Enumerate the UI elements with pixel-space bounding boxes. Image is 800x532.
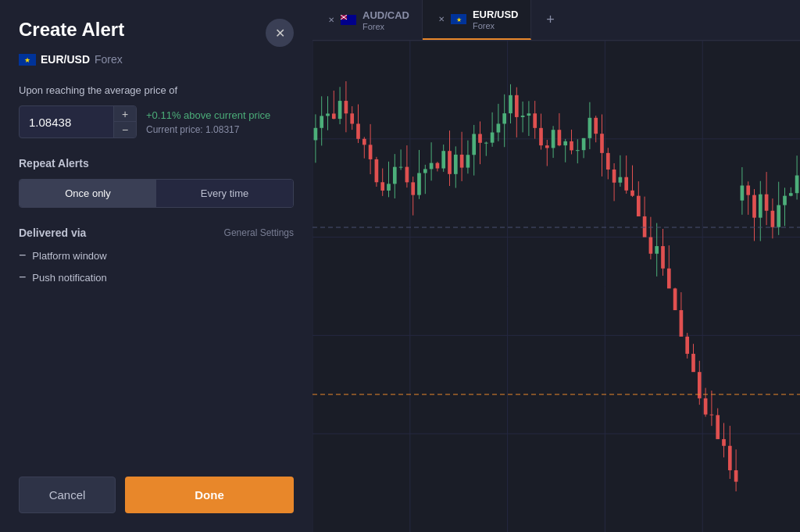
tab-type-eur-usd: Forex xyxy=(473,21,519,30)
price-section-label: Upon reaching the average price of xyxy=(19,84,294,96)
current-price: Current price: 1.08317 xyxy=(146,124,270,135)
eur-flag-icon: ★ xyxy=(451,14,466,24)
delivered-via-header: Delivered via General Settings xyxy=(19,227,294,239)
increment-button[interactable]: + xyxy=(114,106,136,122)
price-info: +0.11% above current price Current price… xyxy=(146,109,270,135)
add-tab-button[interactable]: + xyxy=(531,0,569,40)
price-input-row: + − +0.11% above current price Current p… xyxy=(19,105,294,138)
toggle-once-only[interactable]: Once only xyxy=(20,180,156,207)
currency-label: ★ EUR/USD Forex xyxy=(19,53,294,66)
delivered-via-title: Delivered via xyxy=(19,227,86,239)
tab-type-aud-cad: Forex xyxy=(362,22,409,31)
tab-pair-eur-usd: EUR/USD xyxy=(473,9,519,20)
tab-aud-cad[interactable]: ✕ AUD/CAD Forex xyxy=(312,0,423,40)
repeat-alerts-title: Repeat Alerts xyxy=(19,157,294,170)
price-percentage: +0.11% above current price xyxy=(146,109,270,121)
platform-window-label: Platform window xyxy=(32,250,106,262)
dash-icon-platform: − xyxy=(19,248,26,262)
stepper-buttons: + − xyxy=(113,106,136,137)
currency-pair-label: EUR/USD xyxy=(41,53,90,66)
cancel-button[interactable]: Cancel xyxy=(19,477,116,513)
close-button[interactable]: ✕ xyxy=(266,19,294,47)
price-input[interactable] xyxy=(20,108,113,137)
create-alert-panel: Create Alert ✕ ★ EUR/USD Forex Upon reac… xyxy=(0,0,312,532)
price-input-container: + − xyxy=(19,105,137,138)
chart-area xyxy=(312,41,800,532)
dash-icon-push: − xyxy=(19,270,26,284)
candlestick-chart xyxy=(312,41,800,532)
svg-text:★: ★ xyxy=(24,56,30,64)
chart-panel: ✕ AUD/CAD Forex ✕ ★ EUR/USD Forex xyxy=(312,0,800,532)
panel-title: Create Alert xyxy=(19,19,124,41)
aud-flag-icon xyxy=(341,15,356,25)
toggle-every-time[interactable]: Every time xyxy=(156,180,293,207)
action-buttons: Cancel Done xyxy=(19,458,294,513)
push-notification-label: Push notification xyxy=(32,272,106,284)
tab-eur-usd[interactable]: ✕ ★ EUR/USD Forex xyxy=(423,0,532,40)
push-notification-option: − Push notification xyxy=(19,270,294,284)
general-settings-link[interactable]: General Settings xyxy=(224,227,294,238)
panel-header: Create Alert ✕ xyxy=(19,19,294,47)
done-button[interactable]: Done xyxy=(125,477,294,513)
repeat-toggle-group: Once only Every time xyxy=(19,179,294,208)
decrement-button[interactable]: − xyxy=(114,122,136,137)
tab-close-eur-usd[interactable]: ✕ xyxy=(438,15,445,23)
tab-pair-aud-cad: AUD/CAD xyxy=(362,9,409,21)
tabs-bar: ✕ AUD/CAD Forex ✕ ★ EUR/USD Forex xyxy=(312,0,800,41)
platform-window-option: − Platform window xyxy=(19,248,294,262)
currency-type-label: Forex xyxy=(95,53,123,66)
svg-text:★: ★ xyxy=(455,16,461,23)
tab-close-aud-cad[interactable]: ✕ xyxy=(328,16,334,24)
eu-flag-icon: ★ xyxy=(19,54,36,66)
